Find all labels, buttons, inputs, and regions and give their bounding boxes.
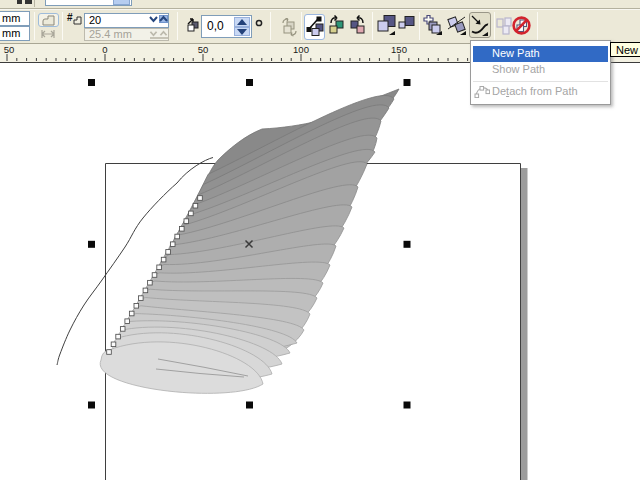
- svg-text:100: 100: [293, 44, 309, 55]
- svg-text:0: 0: [102, 44, 107, 55]
- svg-text:150: 150: [391, 44, 407, 55]
- svg-text:50: 50: [198, 44, 209, 55]
- svg-text:50: 50: [4, 44, 15, 55]
